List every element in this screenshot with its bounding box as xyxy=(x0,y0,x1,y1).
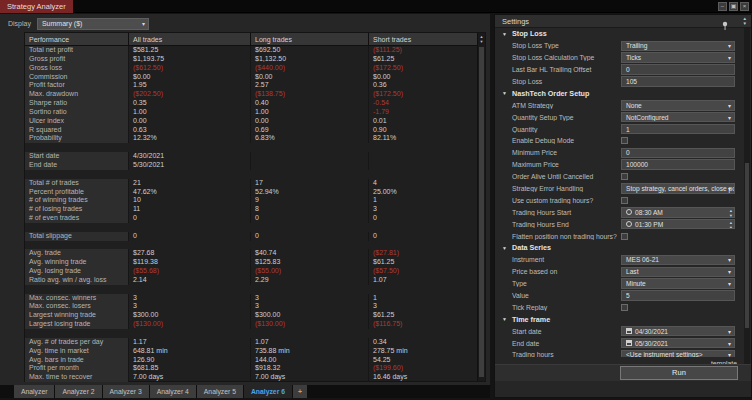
table-row[interactable]: Avg. # of trades per day1.171.070.34 xyxy=(25,338,485,347)
settings-title: Settings xyxy=(502,15,529,28)
text-input[interactable]: 5 xyxy=(621,290,735,301)
dropdown[interactable]: NotConfigured▾ xyxy=(621,112,735,123)
table-row[interactable]: # of winning trades1091 xyxy=(25,196,485,205)
text-input[interactable]: 0 xyxy=(621,148,735,159)
dropdown[interactable]: Last▾ xyxy=(621,267,735,278)
table-row[interactable]: Avg. time in market648.81 min735.88 min2… xyxy=(25,347,485,356)
panel-spinner[interactable]: ▲▼ xyxy=(743,16,747,26)
settings-section-header[interactable]: ▼Time frame xyxy=(497,313,741,325)
table-row[interactable]: Ratio avg. win / avg. loss2.142.291.07 xyxy=(25,276,485,285)
column-header-performance[interactable]: Performance xyxy=(25,33,128,45)
table-row[interactable]: Gross loss($612.50)($440.00)($172.50) xyxy=(25,64,485,73)
table-row[interactable]: R squared0.630.690.90 xyxy=(25,126,485,135)
display-dropdown[interactable]: Summary ($) ▾ xyxy=(37,18,149,30)
date-picker[interactable]: 04/30/2021▾ xyxy=(621,326,735,337)
cell-all: 1.17 xyxy=(128,338,250,347)
table-scrollbar[interactable]: ▲▼ xyxy=(477,33,485,381)
time-spinner[interactable]: ▴▾ xyxy=(730,208,732,218)
checkbox[interactable] xyxy=(621,137,628,144)
table-row[interactable]: Total net profit$581.25$692.50($111.25) xyxy=(25,46,485,55)
scroll-arrows-icon[interactable]: ▲▼ xyxy=(478,34,485,44)
table-row[interactable]: Total slippage000 xyxy=(25,232,485,241)
table-row[interactable]: Start date4/30/2021 xyxy=(25,152,485,161)
setting-label: Minimum Price xyxy=(497,149,621,156)
text-input[interactable]: 100000 xyxy=(621,159,735,170)
column-header-short-trades[interactable]: Short trades xyxy=(368,33,479,45)
table-row[interactable]: Avg. bars in trade126.90144.0054.25 xyxy=(25,356,485,365)
table-row[interactable]: Percent profitable47.62%52.94%25.00% xyxy=(25,188,485,197)
tab-analyzer[interactable]: Analyzer xyxy=(14,385,54,398)
dropdown[interactable]: None▾ xyxy=(621,100,735,111)
table-row[interactable]: Sortino ratio1.001.00-1.79 xyxy=(25,108,485,117)
table-row[interactable]: Max. consec. losers333 xyxy=(25,302,485,311)
table-row[interactable]: Largest winning trade$300.00$300.00$61.2… xyxy=(25,311,485,320)
table-row[interactable]: Max. consec. winners331 xyxy=(25,294,485,303)
add-analyzer-tab[interactable]: + xyxy=(293,385,307,398)
settings-section-header[interactable]: ▼Data Series xyxy=(497,242,741,254)
time-picker[interactable]: 08:30 AM▴▾ xyxy=(621,207,735,218)
dropdown[interactable]: <Use instrument settings>▾ xyxy=(621,350,735,357)
time-spinner[interactable]: ▴▾ xyxy=(730,220,732,230)
checkbox[interactable] xyxy=(621,304,628,311)
table-row[interactable]: Avg. winning trade$119.38$125.83$61.25 xyxy=(25,258,485,267)
table-row[interactable]: Profit per month$681.85$918.32($199.60) xyxy=(25,364,485,373)
dropdown-value: <Use instrument settings> xyxy=(626,351,713,357)
row-label: Max. drawdown xyxy=(25,90,128,99)
scrollbar-thumb[interactable] xyxy=(479,47,484,377)
settings-section-header[interactable]: ▼Stop Loss xyxy=(497,28,741,40)
settings-scrollbar[interactable] xyxy=(744,28,750,370)
checkbox[interactable] xyxy=(621,173,628,180)
tab-analyzer-3[interactable]: Analyzer 3 xyxy=(103,385,149,398)
time-picker[interactable]: 01:30 PM▴▾ xyxy=(621,219,735,230)
row-label: Largest winning trade xyxy=(25,311,128,320)
date-picker[interactable]: 05/30/2021▾ xyxy=(621,338,735,349)
tab-analyzer-4[interactable]: Analyzer 4 xyxy=(150,385,196,398)
table-row[interactable]: Commission$0.00$0.00$0.00 xyxy=(25,73,485,82)
chevron-down-icon: ▾ xyxy=(728,54,731,61)
column-header-all-trades[interactable]: All trades xyxy=(128,33,250,45)
cell-long: 144.00 xyxy=(250,356,368,365)
settings-row: ATM StrategyNone▾ xyxy=(497,99,741,111)
settings-section-header[interactable]: ▼NashTech Order Setup xyxy=(497,87,741,99)
table-row[interactable]: End date5/30/2021 xyxy=(25,161,485,170)
table-row[interactable]: Profit factor1.952.570.36 xyxy=(25,81,485,90)
table-row[interactable]: Total # of trades21174 xyxy=(25,179,485,188)
close-button[interactable]: × xyxy=(740,2,749,11)
dropdown[interactable]: Minute▾ xyxy=(621,278,735,289)
text-input[interactable]: 105 xyxy=(621,76,735,87)
tab-analyzer-5[interactable]: Analyzer 5 xyxy=(197,385,243,398)
minimize-button[interactable]: – xyxy=(718,2,727,11)
window-title: Strategy Analyzer xyxy=(0,0,73,13)
run-button[interactable]: Run xyxy=(620,366,738,380)
dropdown[interactable]: Ticks▾ xyxy=(621,52,735,63)
checkbox[interactable] xyxy=(621,197,628,204)
cell-long xyxy=(250,161,368,170)
dropdown[interactable]: Stop strategy, cancel orders, close po..… xyxy=(621,183,735,194)
checkbox[interactable] xyxy=(621,233,628,240)
table-row[interactable]: # of even trades000 xyxy=(25,214,485,223)
cell-long: 0.69 xyxy=(250,126,368,135)
settings-scrollbar-thumb[interactable] xyxy=(745,163,749,328)
cell-long: 3 xyxy=(250,302,368,311)
table-row[interactable]: Avg. trade$27.68$40.74($27.81) xyxy=(25,249,485,258)
column-header-long-trades[interactable]: Long trades xyxy=(250,33,368,45)
table-row[interactable]: Probability12.32%6.83%82.11% xyxy=(25,134,485,143)
tab-analyzer-2[interactable]: Analyzer 2 xyxy=(55,385,101,398)
text-input[interactable]: 1 xyxy=(621,124,735,135)
text-input[interactable]: 0 xyxy=(621,64,735,75)
table-row[interactable]: Max. drawdown($202.50)($138.75)($172.50) xyxy=(25,90,485,99)
tab-analyzer-6[interactable]: Analyzer 6 xyxy=(244,385,292,398)
table-row[interactable]: Sharpe ratio0.350.40-0.54 xyxy=(25,99,485,108)
dropdown[interactable]: MES 06-21▾ xyxy=(621,255,735,266)
settings-row: Strategy Error HandlingStop strategy, ca… xyxy=(497,183,741,195)
table-row[interactable]: # of losing trades1183 xyxy=(25,205,485,214)
table-row[interactable]: Largest losing trade($130.00)($130.00)($… xyxy=(25,320,485,329)
restore-button[interactable]: ▣ xyxy=(729,2,738,11)
table-row[interactable]: Gross profit$1,193.75$1,132.50$61.25 xyxy=(25,55,485,64)
table-row[interactable]: Max. time to recover7.00 days7.00 days16… xyxy=(25,373,485,382)
table-row[interactable]: Avg. losing trade($55.68)($55.00)($57.50… xyxy=(25,267,485,276)
dropdown[interactable]: Trailing▾ xyxy=(621,41,735,52)
setting-label: Strategy Error Handling xyxy=(497,185,621,192)
table-row[interactable]: Ulcer index0.000.000.01 xyxy=(25,117,485,126)
cell-short: 0 xyxy=(368,232,479,241)
